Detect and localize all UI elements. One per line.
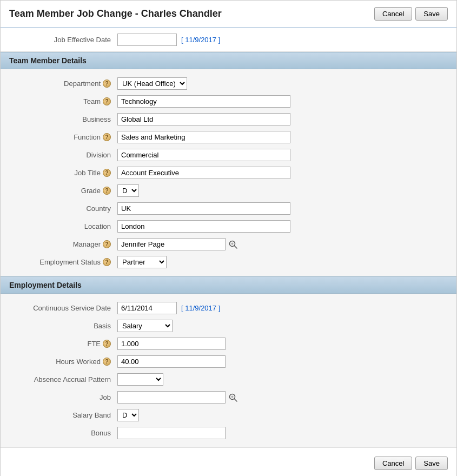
- department-label: Department ?: [9, 80, 117, 88]
- grade-label: Grade ?: [9, 187, 117, 195]
- division-row: Division: [1, 146, 456, 164]
- manager-input[interactable]: [117, 238, 226, 250]
- job-field-label: Job: [9, 393, 117, 401]
- manager-row: Manager ?: [1, 235, 456, 253]
- continuous-service-input[interactable]: [117, 302, 177, 314]
- hours-worked-help-icon[interactable]: ?: [103, 358, 111, 366]
- svg-point-2: [231, 242, 234, 244]
- job-row: Job: [1, 388, 456, 406]
- bonus-label: Bonus: [9, 429, 117, 437]
- absence-accrual-label: Absence Accrual Pattern: [9, 375, 117, 384]
- division-label: Division: [9, 151, 117, 159]
- grade-row: Grade ? ABCDEF: [1, 182, 456, 200]
- function-row: Function ?: [1, 128, 456, 146]
- employment-status-label: Employment Status ?: [9, 258, 117, 266]
- bonus-input[interactable]: [117, 427, 226, 439]
- page-container: Team Member Job Change - Charles Chandle…: [0, 0, 457, 476]
- job-input[interactable]: [117, 391, 226, 404]
- effective-date-label: Job Effective Date: [9, 36, 117, 44]
- employment-status-select[interactable]: EmployeePartnerContractorIntern: [117, 256, 167, 268]
- location-row: Location: [1, 217, 456, 235]
- fte-help-icon[interactable]: ?: [103, 340, 111, 348]
- basis-label: Basis: [9, 322, 117, 330]
- effective-date-link[interactable]: [ 11/9/2017 ]: [181, 36, 220, 44]
- salary-band-select[interactable]: ABCDE: [117, 409, 139, 421]
- department-select[interactable]: UK (Head Office) US (New York) EU (Berli…: [117, 77, 187, 90]
- hours-worked-input[interactable]: [117, 355, 226, 368]
- country-input[interactable]: [117, 202, 290, 215]
- team-label: Team ?: [9, 97, 117, 105]
- svg-line-4: [235, 399, 237, 401]
- job-title-input[interactable]: [117, 167, 290, 179]
- team-row: Team ?: [1, 92, 456, 110]
- employment-status-help-icon[interactable]: ?: [103, 258, 111, 266]
- job-search-icon[interactable]: [228, 392, 239, 403]
- continuous-service-link[interactable]: [ 11/9/2017 ]: [181, 304, 220, 312]
- business-label: Business: [9, 115, 117, 123]
- location-label: Location: [9, 222, 117, 230]
- basis-select[interactable]: SalaryHourlyCommission: [117, 320, 173, 332]
- header-buttons: Cancel Save: [374, 7, 448, 21]
- employment-status-row: Employment Status ? EmployeePartnerContr…: [1, 253, 456, 271]
- function-label: Function ?: [9, 133, 117, 141]
- page-title: Team Member Job Change - Charles Chandle…: [9, 8, 222, 19]
- team-member-section-header: Team Member Details: [1, 52, 456, 69]
- absence-accrual-select[interactable]: Pattern APattern BPattern C: [117, 373, 163, 386]
- job-title-row: Job Title ?: [1, 164, 456, 182]
- continuous-service-row: Continuous Service Date [ 11/9/2017 ]: [1, 299, 456, 317]
- manager-search-icon[interactable]: [228, 239, 239, 250]
- salary-band-row: Salary Band ABCDE: [1, 406, 456, 424]
- page-header: Team Member Job Change - Charles Chandle…: [1, 1, 456, 28]
- manager-help-icon[interactable]: ?: [103, 240, 111, 248]
- department-help-icon[interactable]: ?: [103, 80, 111, 88]
- job-title-label: Job Title ?: [9, 169, 117, 177]
- svg-point-5: [231, 395, 234, 398]
- division-input[interactable]: [117, 149, 290, 161]
- department-row: Department ? UK (Head Office) US (New Yo…: [1, 75, 456, 92]
- team-member-section: Department ? UK (Head Office) US (New Yo…: [1, 69, 456, 276]
- business-row: Business: [1, 110, 456, 128]
- footer-save-button[interactable]: Save: [415, 457, 448, 470]
- function-help-icon[interactable]: ?: [103, 133, 111, 141]
- basis-row: Basis SalaryHourlyCommission: [1, 317, 456, 335]
- business-input[interactable]: [117, 113, 290, 125]
- location-input[interactable]: [117, 220, 290, 233]
- team-help-icon[interactable]: ?: [103, 97, 111, 105]
- team-input[interactable]: [117, 95, 290, 108]
- absence-accrual-row: Absence Accrual Pattern Pattern APattern…: [1, 371, 456, 388]
- footer-buttons: Cancel Save: [1, 447, 456, 476]
- fte-input[interactable]: [117, 338, 226, 350]
- continuous-service-label: Continuous Service Date: [9, 304, 117, 312]
- fte-row: FTE ?: [1, 335, 456, 353]
- svg-line-1: [235, 246, 237, 248]
- country-label: Country: [9, 204, 117, 213]
- hours-worked-row: Hours Worked ?: [1, 353, 456, 371]
- job-effective-date-input[interactable]: [117, 34, 177, 46]
- grade-select[interactable]: ABCDEF: [117, 184, 139, 197]
- bonus-row: Bonus: [1, 424, 456, 442]
- employment-section-header: Employment Details: [1, 276, 456, 294]
- header-save-button[interactable]: Save: [415, 7, 448, 21]
- footer-cancel-button[interactable]: Cancel: [374, 457, 412, 470]
- employment-section: Continuous Service Date [ 11/9/2017 ] Ba…: [1, 294, 456, 447]
- manager-label: Manager ?: [9, 240, 117, 248]
- hours-worked-label: Hours Worked ?: [9, 358, 117, 366]
- effective-date-row: Job Effective Date [ 11/9/2017 ]: [1, 28, 456, 52]
- function-input[interactable]: [117, 131, 290, 143]
- header-cancel-button[interactable]: Cancel: [374, 7, 412, 21]
- salary-band-label: Salary Band: [9, 411, 117, 419]
- fte-label: FTE ?: [9, 340, 117, 348]
- grade-help-icon[interactable]: ?: [103, 187, 111, 195]
- job-title-help-icon[interactable]: ?: [103, 169, 111, 177]
- country-row: Country: [1, 200, 456, 217]
